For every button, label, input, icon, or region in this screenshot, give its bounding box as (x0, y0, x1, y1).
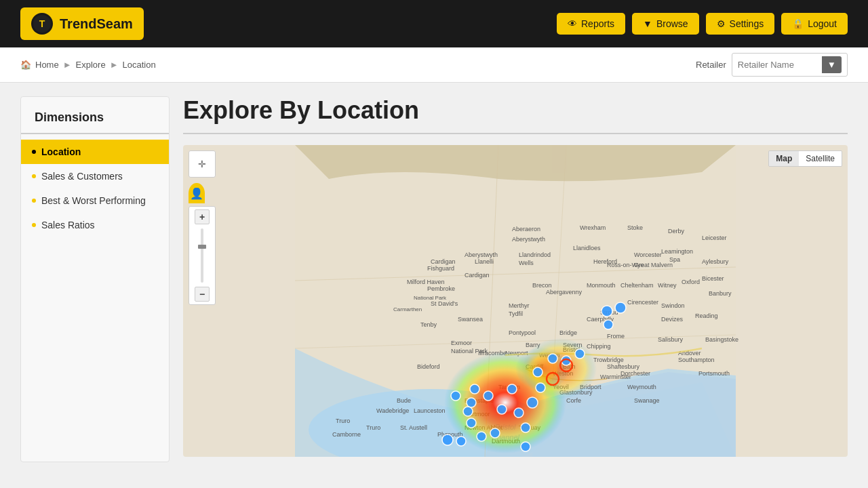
page-title: Explore By Location (183, 96, 848, 125)
svg-text:Wadebridge: Wadebridge (376, 407, 409, 414)
svg-text:Oxford: Oxford (682, 279, 700, 285)
svg-point-114 (442, 434, 453, 445)
svg-text:St. Austell: St. Austell (400, 424, 427, 431)
svg-text:Truro: Truro (336, 418, 350, 424)
svg-point-125 (521, 442, 530, 451)
breadcrumb: 🏠 Home ► Explore ► Location (20, 60, 156, 70)
svg-point-118 (536, 383, 545, 392)
svg-point-110 (514, 408, 524, 418)
map-container[interactable]: Pembroke National Park Carmarthen Swanse… (183, 145, 848, 457)
zoom-out-button[interactable]: − (195, 287, 210, 302)
svg-text:Salisbury: Salisbury (658, 336, 684, 343)
bullet-icon (32, 199, 36, 203)
retailer-name-input[interactable] (738, 60, 819, 70)
svg-text:Tydfil: Tydfil (509, 310, 523, 317)
svg-text:Merthyr: Merthyr (509, 302, 530, 309)
svg-text:Weymouth: Weymouth (627, 384, 656, 390)
svg-text:Swindon: Swindon (661, 302, 685, 309)
title-divider (183, 133, 848, 134)
retailer-filter: Retailer ▼ (696, 53, 848, 77)
svg-text:Aylesbury: Aylesbury (702, 258, 729, 265)
sidebar-item-sales-ratios[interactable]: Sales Ratios (21, 213, 169, 237)
svg-text:Pontypool: Pontypool (509, 329, 536, 336)
svg-text:Brecon: Brecon (532, 282, 552, 289)
svg-point-107 (484, 391, 493, 401)
svg-text:Llanelli: Llanelli (475, 258, 494, 265)
svg-text:Bicester: Bicester (702, 275, 724, 282)
svg-text:Derby: Derby (668, 228, 685, 235)
sidebar-item-location[interactable]: Location (21, 140, 169, 164)
svg-text:Cardigan: Cardigan (431, 258, 456, 265)
svg-text:Cheltenham: Cheltenham (620, 282, 654, 289)
svg-text:Leamington: Leamington (661, 248, 693, 255)
svg-point-126 (463, 407, 473, 416)
svg-point-103 (615, 302, 626, 313)
lock-icon: 🔒 (792, 18, 804, 29)
svg-point-109 (497, 405, 507, 414)
svg-point-122 (533, 367, 542, 377)
svg-point-108 (507, 384, 517, 394)
svg-point-123 (470, 384, 479, 394)
sidebar: Dimensions Location Sales & Customers Be… (20, 96, 170, 462)
sidebar-item-best-worst[interactable]: Best & Worst Performing (21, 188, 169, 213)
map-type-controls: Map Satellite (768, 150, 842, 167)
breadcrumb-home[interactable]: Home (35, 60, 59, 70)
gear-icon: ⚙ (717, 18, 726, 29)
svg-text:Fishguard: Fishguard (427, 265, 454, 272)
sidebar-item-label: Location (41, 146, 81, 157)
svg-text:National Park: National Park (451, 348, 488, 354)
content-area: Explore By Location (183, 96, 848, 462)
zoom-in-button[interactable]: + (195, 209, 210, 224)
breadcrumb-sep-2: ► (110, 60, 119, 70)
zoom-slider[interactable] (201, 228, 203, 283)
retailer-dropdown-button[interactable]: ▼ (822, 56, 842, 73)
svg-text:Aberystwyth: Aberystwyth (512, 236, 545, 243)
map-svg: Pembroke National Park Carmarthen Swanse… (183, 145, 848, 457)
svg-text:Pembroke: Pembroke (427, 285, 455, 292)
svg-text:Leicester: Leicester (702, 235, 727, 241)
home-icon: 🏠 (20, 60, 31, 70)
svg-text:Portsmouth: Portsmouth (698, 370, 730, 377)
svg-text:Abergavenny: Abergavenny (546, 289, 583, 296)
svg-point-115 (456, 436, 466, 446)
svg-text:Reading: Reading (695, 312, 718, 319)
map-type-satellite-button[interactable]: Satellite (799, 151, 842, 166)
logout-button[interactable]: 🔒 Logout (781, 13, 848, 35)
svg-text:Aberystwyth: Aberystwyth (465, 251, 498, 258)
bullet-icon (32, 223, 36, 227)
svg-text:Devizes: Devizes (661, 316, 684, 323)
street-view-icon[interactable]: 👤 (189, 183, 205, 203)
svg-text:Camborne: Camborne (332, 431, 361, 438)
settings-button[interactable]: ⚙ Settings (706, 13, 775, 35)
app-header: T TrendSeam 👁 Reports ▼ Browse ⚙ Setting… (0, 0, 868, 47)
pan-control[interactable]: ✛ (189, 150, 216, 178)
svg-text:Southampton: Southampton (678, 357, 715, 363)
svg-text:Worcester: Worcester (634, 251, 662, 258)
svg-text:Chipping: Chipping (587, 343, 611, 350)
svg-point-113 (490, 428, 500, 438)
breadcrumb-explore[interactable]: Explore (76, 60, 106, 70)
reports-button[interactable]: 👁 Reports (557, 13, 625, 35)
svg-text:Bude: Bude (397, 397, 411, 404)
svg-text:Witney: Witney (658, 282, 677, 289)
svg-text:Launceston: Launceston (414, 407, 446, 414)
svg-text:Exmoor: Exmoor (451, 340, 472, 346)
breadcrumb-sep-1: ► (63, 60, 72, 70)
svg-point-117 (521, 423, 530, 432)
svg-text:Carmarthen: Carmarthen (393, 306, 422, 312)
svg-text:Cardigan: Cardigan (465, 272, 490, 279)
svg-point-119 (604, 320, 613, 329)
sidebar-item-label: Sales Ratios (41, 220, 95, 230)
sidebar-item-label: Sales & Customers (41, 171, 123, 182)
svg-text:Tenby: Tenby (420, 321, 437, 328)
svg-text:Truro: Truro (366, 424, 380, 431)
sidebar-item-sales-customers[interactable]: Sales & Customers (21, 164, 169, 188)
svg-text:Ross-on-Wye: Ross-on-Wye (607, 262, 644, 268)
svg-point-112 (477, 432, 486, 441)
map-type-map-button[interactable]: Map (769, 151, 799, 166)
browse-button[interactable]: ▼ Browse (632, 13, 699, 35)
zoom-slider-thumb (198, 245, 206, 249)
retailer-label: Retailer (696, 60, 726, 70)
svg-text:Swanage: Swanage (634, 397, 660, 404)
logo-icon: T (31, 13, 53, 35)
